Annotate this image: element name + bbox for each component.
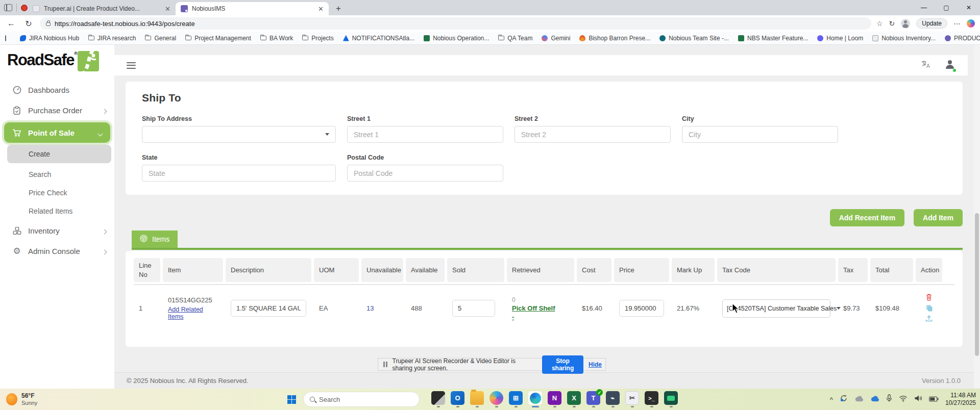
ssms-icon[interactable]: ⌁ <box>606 391 620 405</box>
back-icon[interactable]: ← <box>5 19 17 28</box>
sidebar-item-search[interactable]: Search <box>0 165 114 184</box>
url-text[interactable]: https://roadsafe-test.nobious.io:9443/po… <box>55 20 195 28</box>
add-recent-item-button[interactable]: Add Recent Item <box>830 209 904 226</box>
bookmark[interactable]: Home | Loom <box>813 35 868 42</box>
pick-off-shelf-link[interactable]: Pick Off Shelf <box>512 304 555 312</box>
sidebar-item-point-of-sale[interactable]: Point of Sale <box>4 122 110 143</box>
bookmark[interactable]: Projects <box>298 35 338 42</box>
price-input[interactable] <box>619 300 664 317</box>
taskbar-clock[interactable]: 11:48 AM 10/27/2025 <box>945 392 976 407</box>
start-button[interactable] <box>287 395 296 404</box>
tray-expand-icon[interactable]: ^ <box>830 396 833 403</box>
maximize-icon[interactable]: ▢ <box>935 0 958 15</box>
cloud-gray-icon[interactable] <box>854 395 864 404</box>
bookmark[interactable]: NOTIFICATIONSAtla... <box>338 35 419 42</box>
microphone-icon[interactable] <box>886 394 892 404</box>
file-explorer-icon[interactable] <box>470 391 484 405</box>
emulator-icon[interactable] <box>664 391 678 405</box>
bookmark[interactable]: General <box>140 35 181 42</box>
sidebar-item-price-check[interactable]: Price Check <box>0 184 114 202</box>
bookmark[interactable]: JIRA Nobious Hub <box>15 35 84 42</box>
items-tab[interactable]: Items <box>132 230 178 248</box>
onenote-icon[interactable]: N <box>548 391 561 405</box>
scrollbar-thumb[interactable] <box>975 213 979 356</box>
bookmark[interactable]: Nobious Inventory... <box>868 35 940 42</box>
bookmark[interactable]: Project Management <box>181 35 256 42</box>
update-tray-icon[interactable] <box>840 394 848 404</box>
bookmark[interactable]: QA Team <box>494 35 537 42</box>
minimize-icon[interactable]: — <box>913 0 935 15</box>
battery-icon[interactable] <box>929 395 939 404</box>
tab-close-icon[interactable]: ✕ <box>318 6 324 12</box>
street2-input[interactable] <box>514 126 671 143</box>
new-tab-icon[interactable]: + <box>329 2 348 15</box>
address-bar[interactable]: https://roadsafe-test.nobious.io:9443/po… <box>40 17 871 30</box>
bookmark[interactable]: JIRA research <box>84 35 140 42</box>
tab-trupeer[interactable]: Trupeer.ai | Create Product Video... ✕ <box>28 2 176 15</box>
snipping-tool-icon[interactable]: ✂ <box>625 391 639 405</box>
tab-nobiousims[interactable]: NobiousIMS ✕ <box>176 2 329 15</box>
favorites-star-icon[interactable]: ☆ <box>876 19 883 28</box>
bookmark[interactable]: NBS Master Feature... <box>733 35 813 42</box>
description-input[interactable] <box>231 300 306 317</box>
stop-sharing-button[interactable]: Stop sharing <box>542 355 583 374</box>
delete-icon[interactable] <box>925 293 933 302</box>
page-scrollbar[interactable] <box>974 45 980 389</box>
microsoft-store-icon[interactable]: ⊞ <box>509 391 523 405</box>
ship-to-address-select[interactable] <box>142 126 336 143</box>
retrieved-dash-link[interactable]: - <box>512 313 514 321</box>
chevron-right-icon <box>102 109 107 114</box>
onedrive-icon[interactable] <box>870 395 879 404</box>
taskbar-search[interactable]: Search <box>303 392 420 407</box>
bookmark[interactable]: Nobious Team Site -... <box>655 35 733 42</box>
bookmark[interactable]: Bishop Barron Prese... <box>575 35 655 42</box>
wifi-icon[interactable] <box>899 395 908 404</box>
volume-icon[interactable] <box>914 395 922 404</box>
sidebar-item-create[interactable]: Create <box>7 145 111 163</box>
teams-icon[interactable]: T✓ <box>586 391 600 405</box>
user-menu[interactable] <box>944 59 955 72</box>
copilot-app-icon[interactable] <box>489 391 503 405</box>
outlook-icon[interactable]: O <box>451 391 464 405</box>
bookmark[interactable]: PRODUCTION Nobi... <box>940 35 980 42</box>
city-input[interactable] <box>682 126 838 143</box>
item-code: 015S14GG225 <box>168 296 212 304</box>
upload-icon[interactable] <box>925 315 933 323</box>
copy-icon[interactable] <box>926 304 933 313</box>
sold-input[interactable] <box>452 300 495 317</box>
sidebar-item-purchase-order[interactable]: Purchase Order <box>0 100 114 120</box>
sidebar-item-related-items[interactable]: Related Items <box>0 202 114 220</box>
hamburger-menu-icon[interactable] <box>127 62 136 69</box>
close-icon[interactable]: ✕ <box>958 0 980 15</box>
tab-close-icon[interactable]: ✕ <box>165 6 170 12</box>
street1-field: Street 1 <box>347 115 503 143</box>
add-related-items-link[interactable]: Add Related Items <box>168 306 218 320</box>
more-options-icon[interactable]: ⋯ <box>953 19 961 28</box>
add-item-button[interactable]: Add Item <box>914 209 963 226</box>
sidebar-item-admin-console[interactable]: ⚙ Admin Console <box>0 241 114 261</box>
browser-essentials-icon[interactable]: ↻ <box>889 19 895 28</box>
task-view-icon[interactable] <box>431 391 445 405</box>
postal-code-input[interactable] <box>347 165 503 182</box>
street1-input[interactable] <box>347 126 503 143</box>
translate-icon[interactable]: A <box>921 60 931 71</box>
copilot-icon[interactable] <box>967 19 975 28</box>
sidebar-panel-icon[interactable] <box>5 35 6 41</box>
state-input[interactable] <box>142 165 336 182</box>
refresh-icon[interactable]: ↻ <box>22 19 35 29</box>
excel-app-icon[interactable]: X <box>567 391 581 405</box>
bookmark[interactable]: Nobious Operation... <box>419 35 494 42</box>
edge-icon[interactable] <box>528 391 542 405</box>
sidebar-item-inventory[interactable]: Inventory <box>0 220 114 241</box>
sidebar-item-dashboards[interactable]: Dashboards <box>0 80 114 100</box>
weather-widget[interactable]: 56°F Sunny <box>0 393 37 406</box>
update-button[interactable]: Update <box>916 18 947 29</box>
unavailable-link[interactable]: 13 <box>361 291 403 325</box>
bookmark[interactable]: BA Work <box>256 35 298 42</box>
tab-search-icon[interactable] <box>4 4 12 11</box>
terminal-icon[interactable]: >_ <box>645 391 658 405</box>
profile-avatar[interactable] <box>901 19 910 28</box>
hide-link[interactable]: Hide <box>589 361 602 368</box>
purchase-order-icon <box>12 106 21 115</box>
bookmark[interactable]: Gemini <box>537 35 575 42</box>
